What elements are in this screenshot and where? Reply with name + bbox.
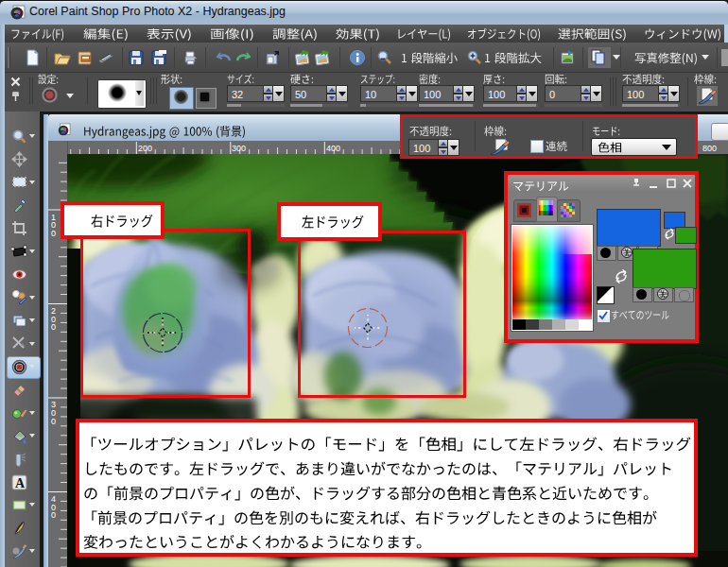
svg-text:800: 800 <box>702 144 717 153</box>
svg-text:0: 0 <box>51 229 56 238</box>
svg-text:A: A <box>15 476 26 490</box>
svg-text:0: 0 <box>51 417 56 426</box>
svg-text:0: 0 <box>51 322 56 332</box>
svg-text:400: 400 <box>326 144 340 153</box>
svg-text:0: 0 <box>51 510 56 520</box>
svg-text:200: 200 <box>138 144 152 153</box>
svg-text:300: 300 <box>232 144 246 153</box>
